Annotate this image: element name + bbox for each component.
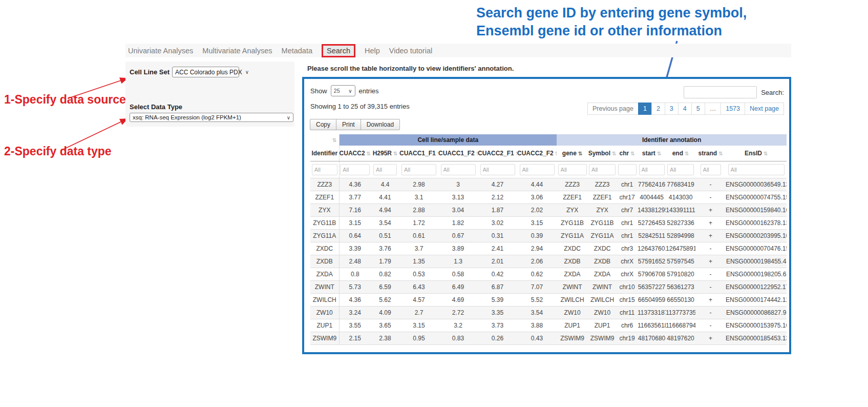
cell-chr: chr1 bbox=[617, 217, 638, 230]
top-nav: Univariate AnalysesMultivariate Analyses… bbox=[125, 44, 791, 57]
nav-item-univariate-analyses[interactable]: Univariate Analyses bbox=[128, 47, 193, 55]
column-header-ensid[interactable]: EnsID⇅ bbox=[726, 146, 787, 161]
filter-input-gene[interactable] bbox=[558, 164, 587, 175]
cell-cuacc1-f2: 4.69 bbox=[438, 294, 478, 307]
column-header-end[interactable]: end⇅ bbox=[666, 146, 695, 161]
cell-end: 77683419 bbox=[666, 178, 695, 191]
cell-ensid: ENSG00000153975.10 bbox=[726, 319, 787, 332]
cell-strand: + bbox=[695, 204, 726, 217]
filter-cell bbox=[617, 161, 638, 178]
pagination-page-1[interactable]: 1 bbox=[638, 103, 652, 115]
filter-cell bbox=[399, 161, 438, 178]
filter-input-identifier[interactable] bbox=[312, 164, 337, 175]
filter-input-cuacc1-f2[interactable] bbox=[441, 164, 476, 175]
filter-input-chr[interactable] bbox=[618, 164, 637, 175]
cell-end: 56361273 bbox=[666, 281, 695, 294]
column-header-identifier[interactable]: Identifier bbox=[310, 146, 339, 161]
sort-icon: ⇅ bbox=[685, 151, 689, 156]
cell-cuacc2-f1: 3.35 bbox=[478, 307, 517, 319]
cell-h295r: 4.94 bbox=[371, 204, 399, 217]
nav-item-help[interactable]: Help bbox=[365, 47, 380, 55]
cell-strand: - bbox=[695, 191, 726, 204]
column-header-gene[interactable]: gene⇅ bbox=[557, 146, 588, 161]
cell-h295r: 3.54 bbox=[371, 217, 399, 230]
sort-icon: ⇅ bbox=[367, 151, 371, 156]
nav-item-search[interactable]: Search bbox=[322, 44, 355, 57]
cell-gene: ZYG11B bbox=[557, 217, 588, 230]
pagination-ellipsis[interactable]: … bbox=[705, 103, 722, 115]
data-type-select[interactable]: xsq: RNA-seq Expression (log2 FPKM+1) ∨ bbox=[130, 113, 293, 122]
column-header-label: CUACC2_F1 bbox=[478, 150, 514, 157]
filter-input-end[interactable] bbox=[667, 164, 694, 175]
cell-identifier: ZUP1 bbox=[310, 319, 339, 332]
group-header-spacer[interactable]: ⇅ bbox=[310, 134, 339, 146]
column-header-cuacc2-f2[interactable]: CUACC2_F2⇅ bbox=[517, 146, 557, 161]
button-copy[interactable]: Copy bbox=[310, 119, 336, 130]
column-header-chr[interactable]: chr⇅ bbox=[617, 146, 638, 161]
column-header-label: CUACC1_F2 bbox=[438, 150, 475, 157]
cell-cuacc1-f2: 0.67 bbox=[438, 230, 478, 242]
cell-cuacc2-f1: 2.01 bbox=[478, 255, 517, 268]
table-row: ZYX7.164.942.883.041.872.02ZYXZYXchr7143… bbox=[310, 204, 787, 217]
cell-identifier: ZYG11A bbox=[310, 230, 339, 242]
filter-input-h295r[interactable] bbox=[373, 164, 397, 175]
cell-symbol: ZYX bbox=[588, 204, 617, 217]
column-header-cuacc2-f1[interactable]: CUACC2_F1⇅ bbox=[478, 146, 517, 161]
cell-strand: + bbox=[695, 230, 726, 242]
column-header-strand[interactable]: strand⇅ bbox=[695, 146, 726, 161]
page-length-select[interactable]: 25 ∨ bbox=[331, 85, 355, 96]
pagination-page-3[interactable]: 3 bbox=[665, 103, 679, 115]
cell-cuacc2: 7.16 bbox=[339, 204, 371, 217]
pagination-page-4[interactable]: 4 bbox=[678, 103, 692, 115]
nav-item-video-tutorial[interactable]: Video tutorial bbox=[389, 47, 432, 55]
table-row: ZZEF13.774.413.13.132.123.06ZZEF1ZZEF1ch… bbox=[310, 191, 787, 204]
button-print[interactable]: Print bbox=[336, 119, 361, 130]
column-header-start[interactable]: start⇅ bbox=[638, 146, 666, 161]
button-download[interactable]: Download bbox=[361, 119, 400, 130]
cell-end: 113773735 bbox=[666, 307, 695, 319]
cell-gene: ZWILCH bbox=[557, 294, 588, 307]
filter-input-cuacc1-f1[interactable] bbox=[401, 164, 436, 175]
cell-cuacc2-f2: 0.43 bbox=[517, 332, 557, 345]
filter-input-cuacc2-f2[interactable] bbox=[520, 164, 555, 175]
column-header-cuacc1-f1[interactable]: CUACC1_F1⇅ bbox=[399, 146, 438, 161]
cell-line-set-select[interactable]: ACC Colorado plus PDX ∨ bbox=[172, 67, 239, 77]
column-header-label: CUACC2_F2 bbox=[517, 150, 554, 157]
pagination-page-2[interactable]: 2 bbox=[651, 103, 665, 115]
filter-input-ensid[interactable] bbox=[728, 164, 785, 175]
filter-input-symbol[interactable] bbox=[589, 164, 616, 175]
column-header-label: start bbox=[642, 150, 655, 157]
cell-end: 143391111 bbox=[666, 204, 695, 217]
cell-cuacc2: 2.48 bbox=[339, 255, 371, 268]
cell-cuacc2: 3.15 bbox=[339, 217, 371, 230]
table-search-input[interactable] bbox=[684, 86, 757, 98]
column-header-h295r[interactable]: H295R⇅ bbox=[371, 146, 399, 161]
filter-input-strand[interactable] bbox=[701, 164, 721, 175]
nav-item-multivariate-analyses[interactable]: Multivariate Analyses bbox=[202, 47, 272, 55]
pagination-next[interactable]: Next page bbox=[745, 103, 784, 115]
column-header-label: Symbol bbox=[588, 150, 610, 157]
cell-cuacc2-f1: 0.42 bbox=[478, 268, 517, 281]
pagination-page-5[interactable]: 5 bbox=[691, 103, 705, 115]
filter-input-cuacc2[interactable] bbox=[340, 164, 370, 175]
cell-symbol: ZZZ3 bbox=[588, 178, 617, 191]
cell-h295r: 4.4 bbox=[371, 178, 399, 191]
column-header-cuacc2[interactable]: CUACC2⇅ bbox=[339, 146, 371, 161]
cell-cuacc2-f1: 6.87 bbox=[478, 281, 517, 294]
pagination-previous[interactable]: Previous page bbox=[587, 103, 639, 115]
table-row: ZWINT5.736.596.436.496.877.07ZWINTZWINTc… bbox=[310, 281, 787, 294]
cell-symbol: ZXDA bbox=[588, 268, 617, 281]
cell-end: 66550130 bbox=[666, 294, 695, 307]
cell-line-set-value: ACC Colorado plus PDX bbox=[175, 69, 242, 76]
sort-icon: ⇅ bbox=[578, 151, 582, 156]
filter-input-cuacc2-f1[interactable] bbox=[480, 164, 515, 175]
page-length-value: 25 bbox=[334, 88, 340, 94]
cell-cuacc2-f1: 1.87 bbox=[478, 204, 517, 217]
filter-input-start[interactable] bbox=[639, 164, 665, 175]
nav-item-metadata[interactable]: Metadata bbox=[282, 47, 312, 55]
pagination-page-1573[interactable]: 1573 bbox=[721, 103, 745, 115]
column-header-cuacc1-f2[interactable]: CUACC1_F2⇅ bbox=[438, 146, 478, 161]
table-row: ZW103.244.092.72.723.353.54ZW10ZW10chr11… bbox=[310, 307, 787, 319]
cell-cuacc2-f2: 7.07 bbox=[517, 281, 557, 294]
column-header-symbol[interactable]: Symbol⇅ bbox=[588, 146, 617, 161]
